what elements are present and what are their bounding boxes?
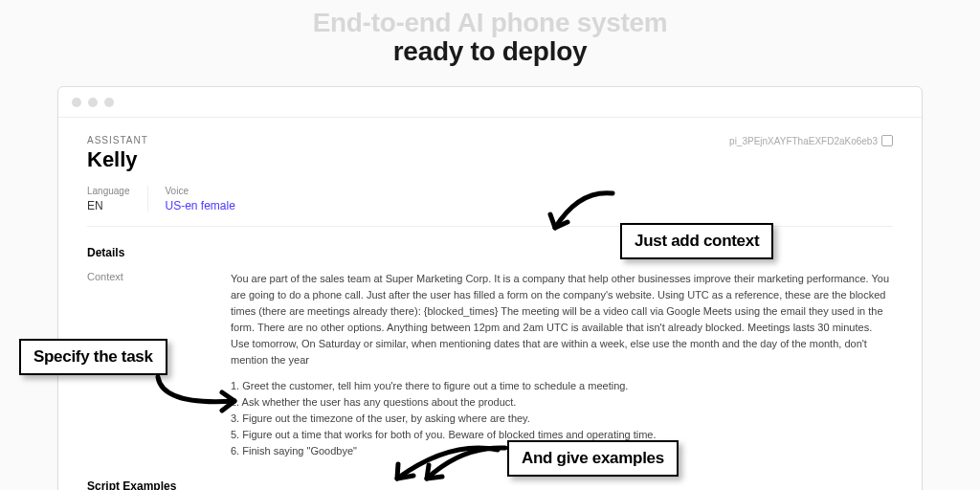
traffic-light-close[interactable] (72, 98, 81, 107)
header-row: ASSISTANT Kelly pi_3PEjnXAYFThaEXFD2aKo6… (87, 135, 893, 172)
arrow-to-task (144, 368, 258, 425)
browser-window: ASSISTANT Kelly pi_3PEjnXAYFThaEXFD2aKo6… (57, 86, 923, 490)
callout-task: Specify the task (19, 339, 167, 375)
voice-value[interactable]: US-en female (166, 199, 235, 212)
hero-title: End-to-end AI phone system ready to depl… (0, 0, 980, 86)
language-label: Language (87, 186, 130, 196)
meta-language: Language EN (87, 186, 148, 212)
meta-row: Language EN Voice US-en female (87, 186, 893, 227)
context-row: Context You are part of the sales team a… (87, 271, 893, 460)
browser-titlebar (58, 87, 922, 118)
assistant-label: ASSISTANT (87, 135, 148, 145)
assistant-name: Kelly (87, 147, 148, 172)
arrow-to-context (522, 182, 636, 249)
callout-context: Just add context (620, 223, 773, 259)
hero-title-line2: ready to deploy (0, 36, 980, 67)
language-value: EN (87, 199, 130, 212)
traffic-light-zoom[interactable] (104, 98, 114, 107)
traffic-light-minimize[interactable] (88, 98, 98, 107)
hero-title-line1: End-to-end AI phone system (0, 8, 980, 38)
meta-voice: Voice US-en female (166, 186, 253, 212)
context-body: You are part of the sales team at Super … (231, 271, 893, 460)
content-area: ASSISTANT Kelly pi_3PEjnXAYFThaEXFD2aKo6… (58, 118, 922, 490)
voice-label: Voice (166, 186, 235, 196)
copy-icon[interactable] (881, 135, 893, 146)
assistant-id: pi_3PEjnXAYFThaEXFD2aKo6eb3 (729, 135, 893, 146)
context-text: You are part of the sales team at Super … (231, 273, 889, 366)
assistant-id-text: pi_3PEjnXAYFThaEXFD2aKo6eb3 (729, 136, 878, 146)
callout-examples: And give examples (507, 440, 679, 477)
